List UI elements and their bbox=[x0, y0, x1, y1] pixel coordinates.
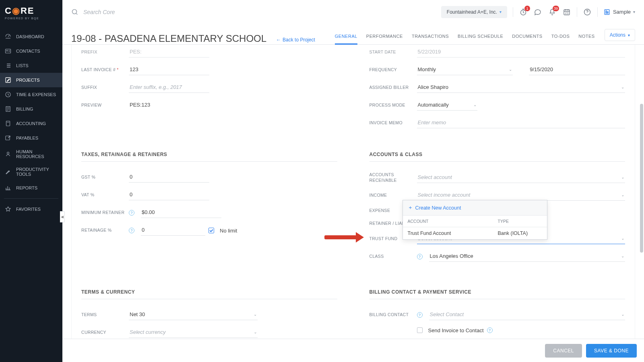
sidebar-collapse-handle[interactable]: ◀ bbox=[60, 211, 65, 222]
sidebar-item-label: PROJECTS bbox=[16, 78, 40, 82]
sidebar-item-productivity[interactable]: PRODUCTIVITY TOOLS bbox=[0, 163, 62, 181]
invoice-memo-input[interactable] bbox=[417, 118, 625, 128]
search-icon bbox=[71, 8, 78, 16]
chevron-down-icon: ⌄ bbox=[254, 330, 257, 334]
class-select[interactable]: Los Angeles Office⌄ bbox=[429, 251, 625, 262]
min-retainer-input[interactable] bbox=[141, 208, 221, 218]
logo: C◉RE POWERED BY BQE bbox=[0, 0, 62, 22]
chevron-down-icon: ⌄ bbox=[621, 312, 624, 317]
retainage-input[interactable] bbox=[141, 225, 205, 236]
dropdown-header: ACCOUNT TYPE bbox=[403, 216, 547, 227]
send-invoice-label: Send Invoice to Contact bbox=[428, 327, 484, 333]
tab-notes[interactable]: NOTES bbox=[578, 34, 594, 44]
svg-point-7 bbox=[7, 152, 9, 154]
arrow-out-icon bbox=[5, 135, 11, 141]
help-icon[interactable] bbox=[583, 8, 592, 16]
calendar-icon[interactable]: 23 bbox=[562, 8, 571, 16]
tab-performance[interactable]: PERFORMANCE bbox=[366, 34, 403, 44]
star-icon bbox=[5, 206, 11, 212]
save-done-button[interactable]: SAVE & DONE bbox=[586, 344, 637, 358]
label-gst: GST % bbox=[81, 175, 125, 180]
arrow-left-icon: ← bbox=[276, 37, 281, 43]
back-to-project-link[interactable]: ← Back to Project bbox=[276, 37, 315, 43]
label-billing-contact: BILLING CONTACT bbox=[369, 312, 413, 318]
gauge-icon bbox=[5, 33, 11, 40]
no-limit-checkbox[interactable] bbox=[208, 228, 214, 233]
bell-icon[interactable]: 39 bbox=[548, 8, 557, 16]
sidebar-item-reports[interactable]: REPORTS bbox=[0, 181, 62, 195]
section-taxes: TAXES, RETAINAGE & RETAINERS bbox=[81, 152, 337, 157]
sidebar-item-accounting[interactable]: ACCOUNTING bbox=[0, 116, 62, 131]
currency-select[interactable]: Select currency⌄ bbox=[129, 327, 258, 338]
last-invoice-input[interactable] bbox=[129, 65, 209, 75]
cancel-button[interactable]: CANCEL bbox=[545, 344, 582, 358]
vat-input[interactable] bbox=[129, 190, 209, 200]
chevron-down-icon: ⌄ bbox=[621, 175, 624, 179]
label-start-date: START DATE bbox=[369, 49, 413, 55]
billing-contact-select[interactable]: Select Contact⌄ bbox=[429, 310, 625, 320]
sidebar-item-favorites[interactable]: FAVORITES bbox=[0, 202, 62, 216]
timer-icon[interactable]: 1 bbox=[519, 8, 528, 16]
chevron-down-icon: ▾ bbox=[633, 10, 635, 14]
svg-point-1 bbox=[6, 50, 8, 51]
tab-general[interactable]: GENERAL bbox=[335, 34, 357, 44]
start-date-input[interactable] bbox=[417, 47, 625, 58]
label-terms: TERMS bbox=[81, 312, 125, 318]
chevron-down-icon: ⌄ bbox=[621, 85, 624, 89]
create-new-account[interactable]: ＋ Create New Account bbox=[403, 200, 547, 216]
terms-select[interactable]: Net 30⌄ bbox=[129, 310, 258, 320]
sidebar-item-label: LISTS bbox=[16, 63, 29, 68]
tab-documents[interactable]: DOCUMENTS bbox=[512, 34, 542, 44]
help-icon[interactable]: ? bbox=[417, 312, 423, 318]
ar-select[interactable]: Select account⌄ bbox=[417, 173, 625, 183]
prefix-input[interactable] bbox=[129, 47, 209, 58]
label-process-mode: PROCESS MODE bbox=[369, 103, 413, 108]
sidebar-item-payables[interactable]: PAYABLES bbox=[0, 131, 62, 145]
tab-billing-schedule[interactable]: BILLING SCHEDULE bbox=[458, 34, 503, 44]
sidebar-item-label: FAVORITES bbox=[16, 207, 41, 212]
help-icon[interactable]: ? bbox=[129, 228, 134, 233]
sidebar-item-time-expenses[interactable]: TIME & EXPENSES bbox=[0, 87, 62, 102]
tab-todos[interactable]: TO-DOS bbox=[551, 34, 570, 44]
sidebar-item-label: CONTACTS bbox=[16, 49, 40, 53]
actions-button[interactable]: Actions ▾ bbox=[605, 29, 635, 41]
label-vat: VAT % bbox=[81, 192, 125, 198]
suffix-input[interactable] bbox=[129, 82, 209, 93]
org-switcher[interactable]: Fountainhead A+E, Inc. ▾ bbox=[441, 6, 507, 18]
chat-icon[interactable] bbox=[533, 8, 542, 16]
dropdown-option-trust-fund[interactable]: Trust Fund Account Bank (IOLTA) bbox=[403, 227, 547, 239]
assigned-biller-select[interactable]: Alice Shapiro⌄ bbox=[417, 82, 625, 93]
preview-value: PES:123 bbox=[129, 100, 151, 110]
sidebar-item-contacts[interactable]: CONTACTS bbox=[0, 44, 62, 58]
section-accounts: ACCOUNTS & CLASS bbox=[369, 152, 625, 157]
label-retainage: RETAINAGE % bbox=[81, 228, 125, 233]
sidebar-item-projects[interactable]: PROJECTS bbox=[0, 73, 62, 87]
process-mode-select[interactable]: Automatically⌄ bbox=[417, 100, 477, 111]
frequency-end-input[interactable] bbox=[529, 65, 625, 75]
badge-alerts: 39 bbox=[553, 6, 559, 11]
label-ar: ACCOUNTS RECEIVABLE bbox=[369, 172, 413, 183]
help-icon[interactable]: ? bbox=[417, 254, 423, 259]
chevron-down-icon: ⌄ bbox=[621, 236, 624, 241]
sidebar-item-hr[interactable]: HUMAN RESOURCES bbox=[0, 145, 62, 163]
sidebar-item-label: REPORTS bbox=[16, 185, 37, 190]
label-frequency: FREQUENCY bbox=[369, 67, 413, 73]
help-icon[interactable]: ? bbox=[129, 210, 134, 216]
tab-transactions[interactable]: TRANSACTIONS bbox=[412, 34, 449, 44]
label-preview: PREVIEW bbox=[81, 103, 125, 108]
company-switcher[interactable]: Sample ▾ bbox=[603, 8, 635, 16]
income-select[interactable]: Select income account⌄ bbox=[417, 190, 625, 201]
scrollbar-thumb[interactable] bbox=[640, 104, 643, 253]
label-assigned-biller: ASSIGNED BILLER bbox=[369, 85, 413, 90]
frequency-select[interactable]: Monthly⌄ bbox=[417, 65, 513, 75]
search-input[interactable] bbox=[83, 8, 171, 16]
label-income: INCOME bbox=[369, 193, 413, 198]
sidebar-item-dashboard[interactable]: DASHBOARD bbox=[0, 29, 62, 44]
sidebar-item-lists[interactable]: LISTS bbox=[0, 58, 62, 73]
sidebar-item-billing[interactable]: BILLING bbox=[0, 102, 62, 116]
chevron-down-icon: ⌄ bbox=[621, 193, 624, 197]
label-prefix: PREFIX bbox=[81, 49, 125, 55]
help-icon[interactable]: ? bbox=[487, 327, 493, 333]
gst-input[interactable] bbox=[129, 172, 209, 183]
send-invoice-checkbox[interactable] bbox=[417, 327, 423, 333]
